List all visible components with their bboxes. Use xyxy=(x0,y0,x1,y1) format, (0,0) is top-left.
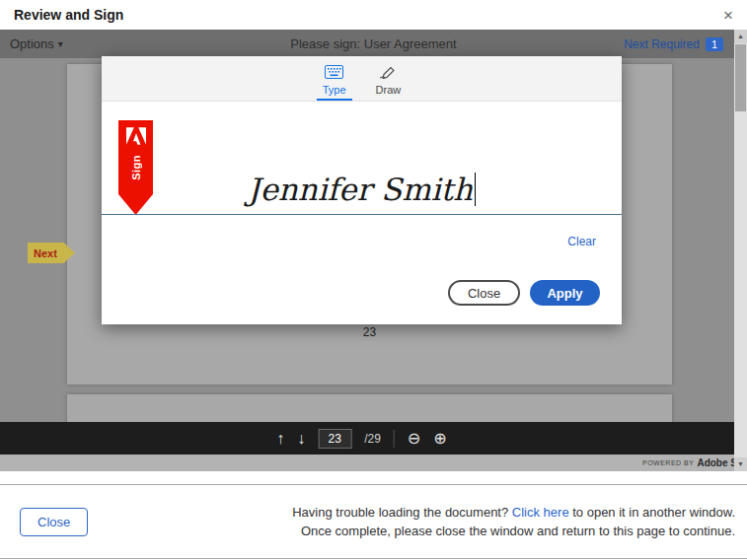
close-icon[interactable]: × xyxy=(723,7,733,24)
toolbar-divider xyxy=(394,430,395,448)
adobe-brand-label: Adobe S xyxy=(697,457,737,468)
tab-type-label: Type xyxy=(323,84,346,96)
powered-by-label: POWERED BY xyxy=(642,459,694,466)
next-field-tab-label: Next xyxy=(34,247,57,259)
adobe-logo-icon xyxy=(126,127,146,149)
zoom-in-icon[interactable]: ⊕ xyxy=(433,431,446,447)
signature-text[interactable]: Jennifer Smith xyxy=(102,172,622,207)
footer-close-button[interactable]: Close xyxy=(20,508,88,536)
pager-toolbar: ↑ ↓ /29 ⊖ ⊕ › xyxy=(0,422,747,455)
document-toolbar: Options ▾ Please sign: User Agreement Ne… xyxy=(0,30,747,58)
signature-close-button[interactable]: Close xyxy=(448,280,520,306)
scroll-down-icon[interactable]: ▼ xyxy=(734,457,747,471)
tab-draw[interactable]: Draw xyxy=(370,61,408,101)
powered-by-strip: POWERED BY Adobe S ▾ xyxy=(0,455,747,471)
page-number-input[interactable] xyxy=(318,429,351,449)
footer-panel: Close Having trouble loading the documen… xyxy=(0,484,747,559)
window-title: Review and Sign xyxy=(14,7,123,23)
zoom-out-icon[interactable]: ⊖ xyxy=(408,431,420,447)
help-line2: Once complete, please close the window a… xyxy=(301,524,735,538)
scroll-up-icon[interactable]: ▲ xyxy=(734,30,747,43)
tab-draw-label: Draw xyxy=(376,84,402,96)
keyboard-icon xyxy=(325,65,343,83)
page-total-label: /29 xyxy=(364,432,381,446)
click-here-link[interactable]: Click here xyxy=(512,505,569,520)
signature-dialog-actions: Close Apply xyxy=(448,280,600,306)
next-required-badge: 1 xyxy=(706,37,723,51)
clear-signature-link[interactable]: Clear xyxy=(567,235,596,248)
next-required-label: Next Required xyxy=(624,37,700,51)
next-page-icon[interactable]: ↓ xyxy=(297,431,305,447)
signature-baseline xyxy=(102,214,622,215)
document-page-next xyxy=(67,394,672,422)
scrollbar-thumb[interactable] xyxy=(735,44,746,111)
pen-icon xyxy=(379,65,397,83)
page-number-label: 23 xyxy=(67,325,672,339)
pager-controls: ↑ ↓ /29 ⊖ ⊕ xyxy=(276,422,447,455)
signature-apply-button[interactable]: Apply xyxy=(530,280,600,306)
previous-page-icon[interactable]: ↑ xyxy=(276,431,284,447)
help-suffix: to open it in another window. xyxy=(569,505,735,520)
vertical-scrollbar[interactable]: ▲ ▼ xyxy=(734,30,747,471)
help-prefix: Having trouble loading the document? xyxy=(292,505,512,520)
footer-help-text: Having trouble loading the document? Cli… xyxy=(292,503,735,540)
signature-dialog-tabs: Type Draw xyxy=(102,56,622,102)
tab-type[interactable]: Type xyxy=(317,61,352,101)
signature-dialog-body: Sign Jennifer Smith Clear Close Apply xyxy=(102,102,622,323)
text-cursor xyxy=(475,173,476,206)
signature-dialog: Type Draw Sign Jennifer Smith xyxy=(102,56,622,324)
next-required[interactable]: Next Required 1 xyxy=(624,37,737,51)
window-titlebar: Review and Sign × xyxy=(0,0,747,30)
